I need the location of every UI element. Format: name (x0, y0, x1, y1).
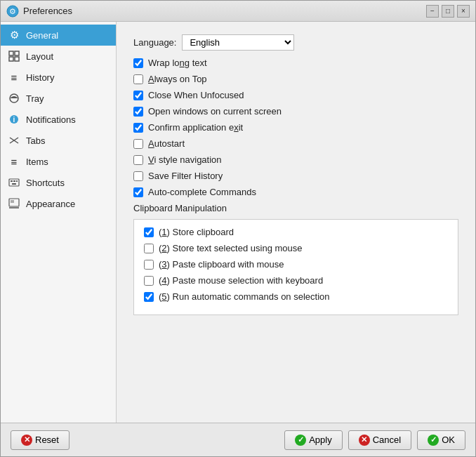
sidebar-label-appearance: Appearance (26, 199, 75, 209)
svg-rect-12 (11, 180, 13, 182)
clipboard-item-1: (1) Store clipboard (144, 227, 448, 237)
language-row: Language: English French German Spanish (133, 34, 458, 51)
window-title: Preferences (23, 6, 72, 16)
footer-right-buttons: Apply Cancel OK (284, 430, 465, 450)
sidebar-label-tabs: Tabs (26, 135, 45, 146)
reset-icon (21, 435, 32, 446)
clipboard-label-3[interactable]: (3) Paste clipboard with mouse (159, 259, 284, 270)
clipboard-checkbox-1[interactable] (144, 227, 154, 237)
clipboard-checkbox-3[interactable] (144, 260, 154, 270)
sidebar-label-tray: Tray (26, 93, 44, 104)
vi-style-checkbox[interactable] (133, 155, 143, 165)
confirm-exit-label[interactable]: Confirm application exit (148, 122, 243, 133)
ok-label: OK (442, 435, 455, 445)
sidebar-item-layout[interactable]: Layout (1, 46, 116, 67)
sidebar-label-general: General (26, 30, 58, 41)
ok-button[interactable]: OK (417, 430, 465, 450)
svg-rect-11 (9, 179, 19, 186)
save-filter-checkbox[interactable] (133, 171, 143, 181)
clipboard-label-1[interactable]: (1) Store clipboard (159, 227, 234, 237)
wrap-long-text-checkbox[interactable] (133, 58, 143, 68)
save-filter-label[interactable]: Save Filter History (148, 171, 223, 181)
sidebar-item-notifications[interactable]: i Notifications (1, 109, 116, 130)
cancel-icon (359, 435, 370, 446)
clipboard-item-5: (5) Run automatic commands on selection (144, 291, 448, 302)
wrap-long-text-label[interactable]: Wrap long text (148, 58, 207, 68)
app-icon: ⚙ (6, 5, 19, 18)
titlebar: ⚙ Preferences − □ × (1, 1, 475, 22)
reset-button[interactable]: Reset (11, 430, 70, 450)
titlebar-buttons: − □ × (426, 5, 470, 18)
checkbox-save-filter: Save Filter History (133, 171, 458, 181)
checkbox-confirm-exit: Confirm application exit (133, 122, 458, 133)
checkbox-close-when-unfocused: Close When Unfocused (133, 90, 458, 100)
sidebar-item-tray[interactable]: Tray (1, 88, 116, 109)
general-icon: ⚙ (8, 29, 20, 41)
clipboard-label-5[interactable]: (5) Run automatic commands on selection (159, 291, 330, 302)
clipboard-label-2[interactable]: (2) Store text selected using mouse (159, 243, 303, 253)
autostart-label[interactable]: Autostart (148, 138, 185, 149)
sidebar-item-shortcuts[interactable]: Shortcuts (1, 172, 116, 193)
reset-label: Reset (35, 435, 59, 445)
clipboard-checkbox-5[interactable] (144, 292, 154, 302)
svg-rect-15 (12, 183, 16, 185)
autostart-checkbox[interactable] (133, 139, 143, 149)
language-select[interactable]: English French German Spanish (182, 34, 294, 51)
checkbox-autostart: Autostart (133, 138, 458, 149)
items-icon: ≡ (8, 155, 20, 168)
clipboard-checkbox-2[interactable] (144, 244, 154, 253)
apply-icon (295, 435, 306, 446)
sidebar-label-items: Items (26, 157, 48, 167)
clipboard-item-2: (2) Store text selected using mouse (144, 243, 448, 253)
clipboard-label-4[interactable]: (4) Paste mouse selection with keyboard (159, 275, 323, 286)
clipboard-checkbox-4[interactable] (144, 276, 154, 286)
close-when-unfocused-checkbox[interactable] (133, 91, 143, 100)
sidebar-item-tabs[interactable]: Tabs (1, 130, 116, 151)
tabs-icon (8, 134, 20, 147)
language-label: Language: (133, 37, 176, 48)
content-area: ⚙ General Layout ≡ History Tray (1, 22, 475, 423)
close-when-unfocused-label[interactable]: Close When Unfocused (148, 90, 244, 100)
sidebar-item-appearance[interactable]: Appearance (1, 193, 116, 214)
auto-complete-label[interactable]: Auto-complete Commands (148, 187, 256, 197)
close-button[interactable]: × (457, 5, 470, 18)
svg-rect-14 (16, 180, 18, 182)
notifications-icon: i (8, 113, 20, 126)
sidebar-label-history: History (26, 72, 54, 83)
clipboard-box: (1) Store clipboard (2) Store text selec… (133, 219, 458, 315)
sidebar: ⚙ General Layout ≡ History Tray (1, 22, 117, 423)
sidebar-item-general[interactable]: ⚙ General (1, 25, 116, 46)
auto-complete-checkbox[interactable] (133, 187, 143, 197)
confirm-exit-checkbox[interactable] (133, 123, 143, 133)
sidebar-item-history[interactable]: ≡ History (1, 67, 116, 88)
open-windows-checkbox[interactable] (133, 107, 143, 117)
main-panel: Language: English French German Spanish … (117, 22, 475, 423)
minimize-button[interactable]: − (426, 5, 439, 18)
sidebar-label-shortcuts: Shortcuts (26, 178, 65, 188)
svg-rect-5 (15, 57, 19, 61)
appearance-icon (8, 197, 20, 210)
cancel-button[interactable]: Cancel (348, 430, 411, 450)
apply-button[interactable]: Apply (284, 430, 343, 450)
open-windows-label[interactable]: Open windows on current screen (148, 106, 282, 117)
titlebar-left: ⚙ Preferences (6, 5, 72, 18)
vi-style-label[interactable]: Vi style navigation (148, 154, 222, 165)
checkbox-always-on-top: Always on Top (133, 74, 458, 84)
sidebar-label-layout: Layout (26, 51, 53, 62)
cancel-label: Cancel (373, 435, 401, 445)
sidebar-item-items[interactable]: ≡ Items (1, 151, 116, 172)
always-on-top-checkbox[interactable] (133, 74, 143, 84)
svg-text:⚙: ⚙ (9, 7, 16, 15)
shortcuts-icon (8, 176, 20, 189)
always-on-top-label[interactable]: Always on Top (148, 74, 207, 84)
maximize-button[interactable]: □ (442, 5, 454, 18)
apply-label: Apply (309, 435, 332, 445)
checkbox-open-windows: Open windows on current screen (133, 106, 458, 117)
ok-icon (428, 435, 439, 446)
sidebar-label-notifications: Notifications (26, 114, 76, 125)
footer: Reset Apply Cancel OK (1, 423, 475, 456)
svg-text:i: i (13, 116, 15, 124)
clipboard-item-4: (4) Paste mouse selection with keyboard (144, 275, 448, 286)
preferences-window: ⚙ Preferences − □ × ⚙ General Layout (0, 0, 476, 457)
svg-rect-3 (15, 51, 19, 55)
